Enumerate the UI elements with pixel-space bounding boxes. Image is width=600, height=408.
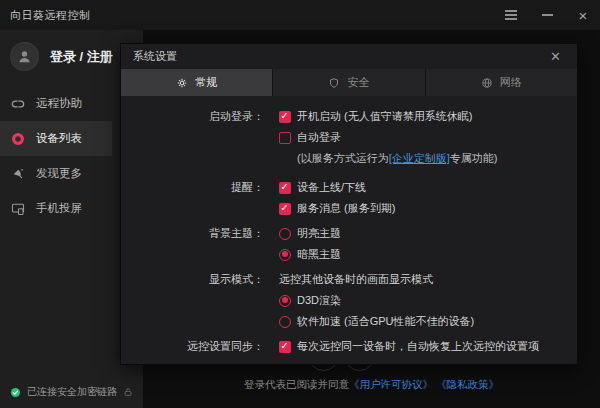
satellite-dish-icon (11, 167, 25, 181)
login-register-label: 登录 / 注册 (50, 48, 113, 66)
gear-icon (176, 77, 188, 89)
dialog-title: 系统设置 (133, 49, 546, 64)
sidebar-item-label: 手机投屏 (36, 201, 82, 216)
remote-settings-sync-section: 远控设置同步： 每次远控同一设备时，自动恢复上次远控的设置项 (121, 336, 577, 357)
hamburger-menu-icon (505, 10, 517, 20)
app-window: 向日葵远程控制 × 登录 / 注册 (0, 0, 600, 408)
lock-icon[interactable] (123, 386, 133, 398)
tab-general[interactable]: 常规 (121, 69, 272, 96)
globe-icon (481, 77, 493, 89)
sidebar-item-label: 设备列表 (36, 131, 82, 146)
note-suffix: 专属功能) (450, 151, 498, 166)
radio-selected-icon (279, 295, 291, 307)
checkbox-label: 开机启动 (无人值守请禁用系统休眠) (297, 109, 472, 124)
sidebar-item-label: 发现更多 (36, 166, 82, 181)
dialog-header: 系统设置 ✕ (121, 44, 577, 69)
sidebar-item-label: 远程协助 (36, 96, 82, 111)
startup-login-section: 启动登录： 开机启动 (无人值守请禁用系统休眠) 自动登录 (以服务方式运行为[… (121, 106, 577, 169)
tab-label: 常规 (195, 75, 217, 90)
shield-check-icon (10, 386, 21, 399)
tab-security[interactable]: 安全 (273, 69, 424, 96)
radio-software-acceleration[interactable]: 软件加速 (适合GPU性能不佳的设备) (279, 311, 474, 332)
checkbox-checked-icon (279, 182, 291, 194)
section-label: 背景主题： (121, 223, 264, 265)
radio-label: D3D渲染 (297, 293, 341, 308)
secure-status-text: 已连接安全加密链路 (27, 385, 117, 399)
agreement-text: 登录代表已阅读并同意《用户许可协议》 《隐私政策》 (143, 378, 600, 392)
radio-light-theme[interactable]: 明亮主题 (279, 223, 341, 244)
close-icon: × (579, 8, 588, 23)
shield-icon (328, 77, 340, 89)
checkbox-label: 每次远控同一设备时，自动恢复上次远控的设置项 (297, 339, 539, 354)
background-theme-section: 背景主题： 明亮主题 暗黑主题 (121, 223, 577, 265)
settings-general-panel: 启动登录： 开机启动 (无人值守请禁用系统休眠) 自动登录 (以服务方式运行为[… (121, 96, 577, 357)
sidebar-item-device-list[interactable]: 设备列表 (0, 121, 112, 156)
reminder-section: 提醒： 设备上线/下线 服务消息 (服务到期) (121, 177, 577, 219)
main-menu-button[interactable] (500, 4, 522, 26)
section-label: 远控设置同步： (121, 336, 264, 357)
radio-label: 软件加速 (适合GPU性能不佳的设备) (297, 314, 474, 329)
privacy-policy-link[interactable]: 《隐私政策》 (436, 378, 499, 390)
system-settings-dialog: 系统设置 ✕ 常规 (120, 43, 578, 365)
checkbox-checked-icon (279, 111, 291, 123)
radio-label: 暗黑主题 (297, 247, 341, 262)
sidebar-item-remote-assist[interactable]: 远程协助 (0, 86, 112, 121)
checkbox-label: 服务消息 (服务到期) (297, 201, 395, 216)
settings-tabs: 常规 安全 网络 (121, 69, 577, 96)
sidebar-item-screen-cast[interactable]: 手机投屏 (0, 191, 112, 226)
sunflower-ring-icon (11, 132, 25, 146)
radio-unselected-icon (279, 316, 291, 328)
checkbox-device-online-offline[interactable]: 设备上线/下线 (279, 177, 395, 198)
radio-label: 明亮主题 (297, 226, 341, 241)
checkbox-checked-icon (279, 203, 291, 215)
section-label: 提醒： (121, 177, 264, 219)
app-title: 向日葵远程控制 (0, 8, 91, 23)
dialog-close-button[interactable]: ✕ (546, 48, 565, 65)
checkbox-checked-icon (279, 341, 291, 353)
checkbox-boot-startup[interactable]: 开机启动 (无人值守请禁用系统休眠) (279, 106, 497, 127)
section-label: 显示模式： (121, 269, 264, 332)
checkbox-service-message[interactable]: 服务消息 (服务到期) (279, 198, 395, 219)
radio-dark-theme[interactable]: 暗黑主题 (279, 244, 341, 265)
radio-d3d-render[interactable]: D3D渲染 (279, 290, 474, 311)
description-text: 远控其他设备时的画面显示模式 (279, 272, 433, 287)
tab-label: 安全 (347, 75, 369, 90)
checkbox-unchecked-icon (279, 132, 291, 144)
checkbox-restore-last-settings[interactable]: 每次远控同一设备时，自动恢复上次远控的设置项 (279, 336, 539, 357)
enterprise-edition-link[interactable]: [企业定制版] (389, 151, 450, 166)
license-agreement-link[interactable]: 《用户许可协议》 (349, 378, 433, 390)
window-close-button[interactable]: × (572, 4, 594, 26)
screen-cast-icon (11, 202, 25, 216)
sidebar-item-discover-more[interactable]: 发现更多 (0, 156, 112, 191)
person-icon (16, 48, 33, 65)
window-controls: × (500, 0, 594, 30)
section-label: 启动登录： (121, 106, 264, 169)
radio-unselected-icon (279, 228, 291, 240)
minimize-button[interactable] (536, 4, 558, 26)
secure-link-status: 已连接安全加密链路 (0, 385, 143, 399)
tab-network[interactable]: 网络 (426, 69, 577, 96)
radio-selected-icon (279, 249, 291, 261)
display-mode-section: 显示模式： 远控其他设备时的画面显示模式 D3D渲染 软件加速 (适合GPU性能… (121, 269, 577, 332)
checkbox-label: 自动登录 (297, 130, 341, 145)
service-mode-note: (以服务方式运行为[企业定制版]专属功能) (279, 148, 497, 169)
title-bar: 向日葵远程控制 × (0, 0, 600, 30)
checkbox-label: 设备上线/下线 (297, 180, 366, 195)
checkbox-auto-login[interactable]: 自动登录 (279, 127, 497, 148)
note-prefix: (以服务方式运行为 (297, 151, 389, 166)
avatar (11, 43, 38, 70)
agreement-prefix: 登录代表已阅读并同意 (244, 378, 349, 390)
display-mode-description: 远控其他设备时的画面显示模式 (279, 269, 474, 290)
handshake-link-icon (11, 97, 25, 111)
tab-label: 网络 (500, 75, 522, 90)
minimize-icon (542, 14, 553, 16)
